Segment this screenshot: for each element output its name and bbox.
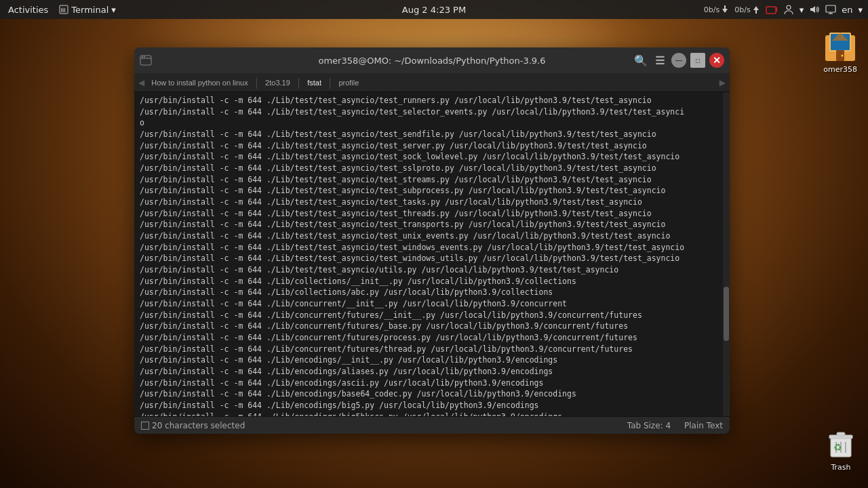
- terminal-window: omer358@OMO: ~/Downloads/Python/Python-3…: [134, 47, 730, 434]
- terminal-app-icon: ▤: [59, 5, 68, 14]
- person-icon: [783, 4, 794, 15]
- topbar: Activities ▤ Terminal ▾ Aug 2 4:23 PM 0b…: [0, 0, 868, 19]
- trash-icon-label: Trash: [831, 463, 850, 472]
- terminal-search-button[interactable]: 🔍: [633, 53, 648, 68]
- speaker-icon: [809, 4, 820, 15]
- svg-rect-26: [837, 432, 845, 436]
- topbar-right: 0b/s 0b/s ▾: [704, 4, 863, 15]
- svg-text:▤: ▤: [61, 7, 66, 13]
- topbar-dropdown-arrow: ▾: [800, 5, 804, 15]
- activities-button[interactable]: Activities: [5, 3, 51, 16]
- chars-selected-label: 20 characters selected: [152, 421, 245, 430]
- tab-2to3[interactable]: 2to3.19: [260, 77, 296, 88]
- terminal-app-label: Terminal: [71, 5, 108, 15]
- net-down-icon: [721, 5, 729, 14]
- chars-selected-status: 20 characters selected: [141, 421, 245, 430]
- scrollbar-thumb[interactable]: [724, 287, 729, 341]
- terminal-statusbar: 20 characters selected Tab Size: 4 Plain…: [134, 416, 730, 434]
- svg-marker-2: [722, 9, 728, 13]
- svg-point-22: [144, 56, 145, 58]
- tab-how-to-install[interactable]: How to install python on linux: [146, 77, 253, 88]
- status-right: Tab Size: 4 Plain Text: [627, 421, 723, 430]
- tab-right-arrow[interactable]: ▶: [718, 78, 727, 87]
- svg-marker-4: [753, 6, 759, 10]
- language-indicator[interactable]: en: [842, 5, 852, 15]
- home-desktop-icon[interactable]: omer358: [819, 26, 861, 78]
- camera-icon: [766, 5, 778, 14]
- desktop: Activities ▤ Terminal ▾ Aug 2 4:23 PM 0b…: [0, 0, 868, 488]
- monitor-icon: [825, 4, 836, 15]
- terminal-titlebar: omer358@OMO: ~/Downloads/Python/Python-3…: [134, 47, 730, 73]
- terminal-output: /usr/bin/install -c -m 644 ./Lib/test/te…: [140, 95, 717, 416]
- net-up-indicator: 0b/s: [734, 5, 760, 14]
- home-icon-svg: [824, 30, 856, 62]
- trash-desktop-icon[interactable]: ♻ Trash: [821, 424, 861, 476]
- status-checkbox: [141, 422, 149, 430]
- home-icon-image: [824, 30, 856, 62]
- terminal-dropdown-arrow: ▾: [111, 5, 116, 15]
- terminal-close-button[interactable]: ✕: [709, 53, 724, 68]
- terminal-app-button[interactable]: ▤ Terminal ▾: [59, 5, 115, 15]
- svg-rect-3: [724, 5, 726, 9]
- svg-rect-5: [755, 10, 757, 14]
- terminal-minimize-button[interactable]: ─: [671, 53, 686, 68]
- terminal-window-icon: [140, 55, 152, 66]
- net-down-value: 0b/s: [704, 5, 719, 14]
- svg-marker-9: [810, 6, 815, 13]
- topbar-left: Activities ▤ Terminal ▾: [5, 3, 116, 16]
- terminal-scrollbar[interactable]: [723, 92, 730, 416]
- trash-icon-svg: ♻: [825, 428, 856, 460]
- plain-text-status: Plain Text: [684, 421, 723, 430]
- svg-text:♻: ♻: [833, 442, 842, 453]
- svg-point-17: [842, 55, 844, 57]
- language-dropdown-arrow: ▾: [858, 5, 863, 15]
- tab-profile[interactable]: profile: [333, 77, 364, 88]
- tab-fstat[interactable]: fstat: [302, 77, 327, 88]
- tab-size-status: Tab Size: 4: [627, 421, 671, 430]
- trash-icon-image: ♻: [825, 428, 857, 460]
- net-up-value: 0b/s: [734, 5, 750, 14]
- topbar-datetime: Aug 2 4:23 PM: [402, 5, 466, 15]
- terminal-content: /usr/bin/install -c -m 644 ./Lib/test/te…: [134, 92, 730, 416]
- svg-point-21: [142, 56, 143, 58]
- svg-rect-10: [826, 5, 835, 12]
- net-up-icon: [752, 5, 760, 14]
- terminal-title: omer358@OMO: ~/Downloads/Python/Python-3…: [318, 56, 545, 66]
- svg-rect-6: [766, 7, 776, 14]
- tab-left-arrow[interactable]: ◀: [137, 78, 146, 87]
- terminal-title-right: 🔍 ☰ ─ □ ✕: [633, 53, 724, 68]
- svg-point-8: [787, 5, 791, 9]
- terminal-menu-button[interactable]: ☰: [652, 53, 667, 68]
- terminal-tabs: ◀ How to install python on linux | 2to3.…: [134, 73, 730, 92]
- terminal-title-left: [140, 55, 152, 66]
- net-down-indicator: 0b/s: [704, 5, 729, 14]
- home-icon-label: omer358: [823, 65, 857, 74]
- terminal-scroll-area[interactable]: /usr/bin/install -c -m 644 ./Lib/test/te…: [134, 92, 723, 416]
- terminal-maximize-button[interactable]: □: [690, 53, 705, 68]
